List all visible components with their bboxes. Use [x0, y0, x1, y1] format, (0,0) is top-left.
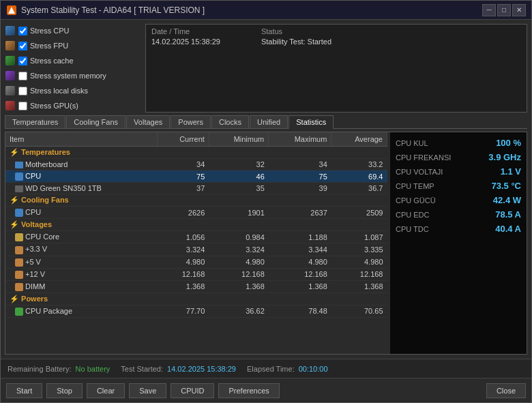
info-row: Date / Time 14.02.2025 15:38:29 Status S…: [151, 27, 521, 46]
cell-current: 1.056: [158, 231, 209, 243]
cell-current: 37: [158, 183, 209, 194]
cpu-volt-value: 1.1 V: [501, 166, 521, 177]
volt-33-icon: [15, 246, 23, 254]
cell-average: 33.2: [331, 159, 387, 170]
start-button[interactable]: Start: [6, 383, 42, 398]
mb-icon: [15, 162, 23, 168]
table-row: +12 V 12.168 12.168 12.168 12.168: [5, 268, 387, 280]
cell-item: +12 V: [5, 268, 158, 280]
date-value: 14.02.2025 15:38:29: [151, 38, 220, 46]
cell-item: WD Green SN350 1TB: [5, 183, 158, 194]
table-row: ⚡ Powers: [5, 293, 387, 305]
cell-minimum: 36.62: [209, 305, 268, 317]
stress-fpu-label: Stress FPU: [30, 42, 68, 50]
cell-maximum: 2637: [269, 207, 331, 219]
stress-disks-label: Stress local disks: [30, 87, 88, 95]
cell-maximum: 12.168: [269, 268, 331, 280]
minimize-button[interactable]: ─: [482, 4, 496, 16]
tab-clocks[interactable]: Clocks: [211, 115, 249, 128]
maximize-button[interactable]: □: [497, 4, 511, 16]
cpu-stat-row: CPU EDC 78.5 A: [396, 209, 521, 220]
tab-statistics[interactable]: Statistics: [289, 115, 334, 129]
cpu-temp-label: CPU TEMP: [396, 182, 434, 190]
tab-temperatures[interactable]: Temperatures: [5, 115, 65, 128]
app-icon: [6, 5, 17, 16]
stress-gpu-checkbox[interactable]: [18, 102, 27, 110]
tab-unified[interactable]: Unified: [250, 115, 288, 128]
cpu-temp-value: 73.5 °C: [491, 181, 521, 191]
stop-button[interactable]: Stop: [46, 383, 83, 398]
section-cooling: ⚡ Cooling Fans: [5, 194, 387, 207]
cell-current: 75: [158, 170, 209, 183]
cell-maximum: 4.980: [269, 256, 331, 268]
cell-item: DIMM: [5, 280, 158, 293]
cpu-freq-label: CPU FREKANSI: [396, 153, 451, 162]
stress-cache-checkbox[interactable]: [18, 57, 27, 65]
cell-average: 12.168: [331, 268, 387, 280]
cpu-tdc-value: 40.4 A: [495, 224, 521, 234]
table-row: ⚡ Cooling Fans: [5, 194, 387, 207]
col-minimum: Minimum: [209, 132, 268, 147]
button-bar: Start Stop Clear Save CPUID Preferences …: [1, 378, 531, 402]
cell-minimum: 4.980: [209, 256, 268, 268]
main-content: Stress CPU Stress FPU Stress cache: [1, 20, 531, 359]
elapsed-value: 00:10:00: [299, 365, 328, 373]
title-bar-buttons: ─ □ ✕: [482, 4, 526, 16]
cell-current: 77.70: [158, 305, 209, 317]
cpu-kul-value: 100 %: [496, 138, 521, 148]
cell-item: +5 V: [5, 256, 158, 268]
cell-current: 3.324: [158, 243, 209, 256]
table-row: +3.3 V 3.324 3.324 3.344 3.335: [5, 243, 387, 256]
stress-fpu-checkbox[interactable]: [18, 42, 27, 50]
cell-maximum: 78.48: [269, 305, 331, 317]
table-row: ⚡ Voltages: [5, 219, 387, 231]
cpu-stat-row: CPU TDC 40.4 A: [396, 224, 521, 234]
stress-cpu-checkbox[interactable]: [18, 27, 27, 35]
elapsed-status: Elapsed Time: 00:10:00: [247, 365, 328, 373]
volt-cpu-icon: [15, 233, 23, 241]
cell-maximum: 3.344: [269, 243, 331, 256]
stress-cache-item: Stress cache: [5, 54, 141, 68]
stress-gpu-item: Stress GPU(s): [5, 99, 141, 113]
cell-average: 69.4: [331, 170, 387, 183]
title-bar: System Stability Test - AIDA64 [ TRIAL V…: [1, 1, 531, 20]
cell-average: 4.980: [331, 256, 387, 268]
cell-minimum: 12.168: [209, 268, 268, 280]
cell-average: 1.368: [331, 280, 387, 293]
cell-average: 1.087: [331, 231, 387, 243]
table-row: Motherboard 34 32 34 33.2: [5, 159, 387, 170]
elapsed-label: Elapsed Time:: [247, 365, 295, 373]
date-col: Date / Time 14.02.2025 15:38:29: [151, 27, 220, 46]
fpu-stress-icon: [5, 40, 16, 51]
tab-powers[interactable]: Powers: [171, 115, 211, 128]
stress-memory-checkbox[interactable]: [18, 72, 27, 80]
tab-cooling-fans[interactable]: Cooling Fans: [66, 115, 125, 128]
cell-minimum: 1.368: [209, 280, 268, 293]
stress-disks-checkbox[interactable]: [18, 87, 27, 95]
clear-button[interactable]: Clear: [87, 383, 125, 398]
status-value: Stability Test: Started: [261, 38, 331, 46]
cell-average: 3.335: [331, 243, 387, 256]
stress-memory-item: Stress system memory: [5, 69, 141, 83]
table-row: ⚡ Temperatures: [5, 147, 387, 159]
cell-average: 2509: [331, 207, 387, 219]
status-col: Status Stability Test: Started: [261, 27, 331, 46]
battery-status: Remaining Battery: No battery: [8, 365, 110, 373]
tab-voltages[interactable]: Voltages: [126, 115, 170, 128]
cell-minimum: 3.324: [209, 243, 268, 256]
test-started-status: Test Started: 14.02.2025 15:38:29: [121, 365, 236, 373]
cell-average: 36.7: [331, 183, 387, 194]
close-window-button[interactable]: ✕: [512, 4, 526, 16]
cell-minimum: 46: [209, 170, 268, 183]
cpuid-button[interactable]: CPUID: [171, 383, 214, 398]
preferences-button[interactable]: Preferences: [218, 383, 279, 398]
cell-minimum: 35: [209, 183, 268, 194]
cell-item: CPU: [5, 207, 158, 219]
section-voltages: ⚡ Voltages: [5, 219, 387, 231]
save-button[interactable]: Save: [129, 383, 166, 398]
cpu-stress-icon: [5, 25, 16, 36]
cell-minimum: 32: [209, 159, 268, 170]
table-section[interactable]: Item Current Minimum Maximum Average ⚡ T…: [5, 132, 387, 354]
table-header-row: Item Current Minimum Maximum Average: [5, 132, 387, 147]
close-button[interactable]: Close: [486, 383, 526, 398]
